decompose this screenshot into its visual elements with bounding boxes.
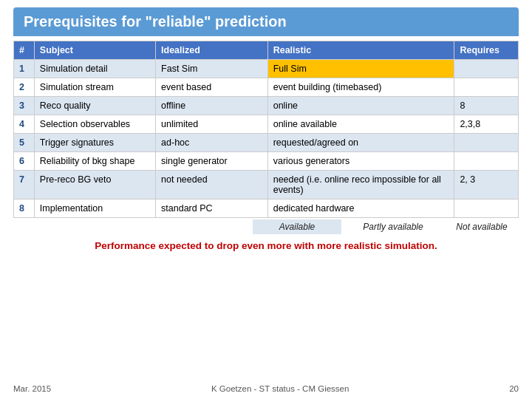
cell-realistic: various generators <box>267 152 454 171</box>
performance-text: Performance expected to drop even more w… <box>13 240 519 251</box>
table-row: 5Trigger signaturesad-hocrequested/agree… <box>14 134 519 152</box>
cell-num: 2 <box>14 78 35 97</box>
prerequisites-table: # Subject Idealized Realistic Requires 1… <box>13 41 519 218</box>
table-row: 2Simulation streamevent basedevent build… <box>14 78 519 97</box>
cell-idealized: single generator <box>156 152 268 171</box>
col-header-subject: Subject <box>34 41 155 60</box>
cell-subject: Trigger signatures <box>34 134 155 152</box>
legend-available: Available <box>253 219 341 234</box>
cell-realistic: Full Sim <box>267 60 454 78</box>
cell-subject: Reco quality <box>34 97 155 115</box>
cell-realistic: online <box>267 97 454 115</box>
col-header-num: # <box>14 41 35 60</box>
cell-idealized: standard PC <box>156 200 268 218</box>
cell-realistic: event building (timebased) <box>267 78 454 97</box>
table-row: 3Reco qualityofflineonline8 <box>14 97 519 115</box>
cell-realistic: online available <box>267 115 454 134</box>
cell-subject: Simulation detail <box>34 60 155 78</box>
cell-num: 6 <box>14 152 35 171</box>
cell-requires: 2,3,8 <box>454 115 519 134</box>
table-row: 8Implementationstandard PCdedicated hard… <box>14 200 519 218</box>
table-header-row: # Subject Idealized Realistic Requires <box>14 41 519 60</box>
page-title: Prerequisites for "reliable" prediction <box>13 7 519 36</box>
cell-subject: Selection observables <box>34 115 155 134</box>
cell-subject: Implementation <box>34 200 155 218</box>
col-header-requires: Requires <box>454 41 519 60</box>
table-row: 7Pre-reco BG vetonot neededneeded (i.e. … <box>14 171 519 200</box>
cell-realistic: requested/agreed on <box>267 134 454 152</box>
cell-subject: Pre-reco BG veto <box>34 171 155 200</box>
legend-row: Available Partly available Not available <box>13 219 519 234</box>
cell-requires <box>454 60 519 78</box>
cell-requires <box>454 78 519 97</box>
cell-subject: Simulation stream <box>34 78 155 97</box>
cell-realistic: needed (i.e. online reco impossible for … <box>267 171 454 200</box>
cell-idealized: Fast Sim <box>156 60 268 78</box>
cell-subject: Reliability of bkg shape <box>34 152 155 171</box>
legend-not: Not available <box>445 219 519 234</box>
cell-num: 1 <box>14 60 35 78</box>
footer: Mar. 2015 K Goetzen - ST status - CM Gie… <box>13 381 519 393</box>
table-row: 4Selection observablesunlimitedonline av… <box>14 115 519 134</box>
cell-idealized: ad-hoc <box>156 134 268 152</box>
cell-idealized: not needed <box>156 171 268 200</box>
cell-idealized: unlimited <box>156 115 268 134</box>
cell-realistic: dedicated hardware <box>267 200 454 218</box>
cell-num: 4 <box>14 115 35 134</box>
cell-idealized: event based <box>156 78 268 97</box>
table-wrapper: # Subject Idealized Realistic Requires 1… <box>13 41 519 234</box>
page-container: Prerequisites for "reliable" prediction … <box>0 0 532 399</box>
cell-num: 3 <box>14 97 35 115</box>
cell-num: 8 <box>14 200 35 218</box>
legend-partly: Partly available <box>341 219 445 234</box>
col-header-idealized: Idealized <box>156 41 268 60</box>
cell-requires <box>454 152 519 171</box>
cell-num: 5 <box>14 134 35 152</box>
cell-idealized: offline <box>156 97 268 115</box>
footer-right: 20 <box>509 384 519 393</box>
cell-requires: 8 <box>454 97 519 115</box>
cell-requires: 2, 3 <box>454 171 519 200</box>
cell-requires <box>454 200 519 218</box>
table-row: 1Simulation detailFast SimFull Sim <box>14 60 519 78</box>
footer-left: Mar. 2015 <box>13 384 51 393</box>
cell-num: 7 <box>14 171 35 200</box>
footer-center: K Goetzen - ST status - CM Giessen <box>211 384 349 393</box>
table-row: 6Reliability of bkg shapesingle generato… <box>14 152 519 171</box>
cell-requires <box>454 134 519 152</box>
col-header-realistic: Realistic <box>267 41 454 60</box>
